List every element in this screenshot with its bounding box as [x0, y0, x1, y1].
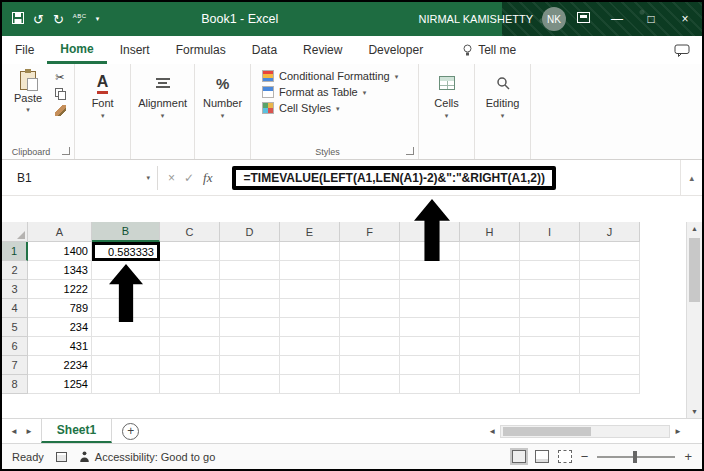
cell-A7[interactable]: 2234	[28, 356, 92, 375]
cell-G3[interactable]	[400, 280, 460, 299]
cell-J5[interactable]	[580, 318, 640, 337]
cell-F7[interactable]	[340, 356, 400, 375]
cell-E3[interactable]	[280, 280, 340, 299]
column-header-B[interactable]: B	[92, 222, 160, 242]
cell-A1[interactable]: 1400	[28, 242, 92, 261]
row-header-1[interactable]: 1	[2, 242, 28, 261]
cell-I4[interactable]	[520, 299, 580, 318]
clipboard-dialog-launcher[interactable]	[62, 147, 70, 155]
cell-E5[interactable]	[280, 318, 340, 337]
cell-D2[interactable]	[220, 261, 280, 280]
cell-H3[interactable]	[460, 280, 520, 299]
zoom-in-button[interactable]: +	[684, 449, 692, 464]
redo-icon[interactable]: ↻	[53, 13, 64, 26]
copy-icon[interactable]	[55, 88, 67, 100]
zoom-slider-handle[interactable]	[633, 451, 637, 463]
scroll-left-icon[interactable]: ◄	[488, 427, 496, 436]
vertical-scrollbar[interactable]: ▲ ▼	[686, 222, 702, 418]
cell-D8[interactable]	[220, 375, 280, 394]
cell-C1[interactable]	[160, 242, 220, 261]
cell-G2[interactable]	[400, 261, 460, 280]
tab-formulas[interactable]: Formulas	[163, 36, 239, 64]
editing-group-button[interactable]: Editing ▾	[475, 64, 531, 159]
user-name[interactable]: NIRMAL KAMISHETTY	[419, 13, 534, 25]
cell-D4[interactable]	[220, 299, 280, 318]
cell-A6[interactable]: 431	[28, 337, 92, 356]
cell-I8[interactable]	[520, 375, 580, 394]
formula-input[interactable]: =TIMEVALUE(LEFT(A1,LEN(A1)-2)&":"&RIGHT(…	[222, 166, 680, 190]
column-header-F[interactable]: F	[340, 222, 400, 242]
cell-E7[interactable]	[280, 356, 340, 375]
cell-F2[interactable]	[340, 261, 400, 280]
cell-E1[interactable]	[280, 242, 340, 261]
cell-F8[interactable]	[340, 375, 400, 394]
cell-A2[interactable]: 1343	[28, 261, 92, 280]
scroll-down-icon[interactable]: ▼	[687, 408, 702, 415]
cell-F1[interactable]	[340, 242, 400, 261]
cell-D1[interactable]	[220, 242, 280, 261]
cell-G5[interactable]	[400, 318, 460, 337]
cell-C2[interactable]	[160, 261, 220, 280]
cell-J2[interactable]	[580, 261, 640, 280]
row-header-4[interactable]: 4	[2, 299, 28, 318]
cell-C6[interactable]	[160, 337, 220, 356]
column-header-A[interactable]: A	[28, 222, 92, 242]
column-header-E[interactable]: E	[280, 222, 340, 242]
row-header-2[interactable]: 2	[2, 261, 28, 280]
cell-B7[interactable]	[92, 356, 160, 375]
zoom-out-button[interactable]: −	[581, 449, 589, 464]
column-header-C[interactable]: C	[160, 222, 220, 242]
cell-B8[interactable]	[92, 375, 160, 394]
cell-J6[interactable]	[580, 337, 640, 356]
number-group-button[interactable]: % Number ▾	[195, 64, 251, 159]
row-header-8[interactable]: 8	[2, 375, 28, 394]
spelling-check-icon[interactable]: ABC✓	[73, 13, 87, 26]
cell-H1[interactable]	[460, 242, 520, 261]
next-sheet-icon[interactable]: ►	[25, 427, 33, 436]
cell-H5[interactable]	[460, 318, 520, 337]
cell-J3[interactable]	[580, 280, 640, 299]
cell-H7[interactable]	[460, 356, 520, 375]
format-as-table-button[interactable]: Format as Table ▾	[258, 84, 411, 100]
insert-function-icon[interactable]: fx	[203, 170, 212, 186]
cell-D5[interactable]	[220, 318, 280, 337]
tab-file[interactable]: File	[2, 36, 47, 64]
styles-dialog-launcher[interactable]	[406, 147, 414, 155]
cell-I7[interactable]	[520, 356, 580, 375]
cells-group-button[interactable]: Cells ▾	[419, 64, 475, 159]
vertical-scroll-thumb[interactable]	[689, 238, 700, 302]
column-header-H[interactable]: H	[460, 222, 520, 242]
tab-insert[interactable]: Insert	[107, 36, 163, 64]
ribbon-display-options-icon[interactable]	[566, 2, 600, 36]
cell-J1[interactable]	[580, 242, 640, 261]
previous-sheet-icon[interactable]: ◄	[10, 427, 18, 436]
row-header-3[interactable]: 3	[2, 280, 28, 299]
cell-A5[interactable]: 234	[28, 318, 92, 337]
row-header-6[interactable]: 6	[2, 337, 28, 356]
normal-view-icon[interactable]	[512, 450, 526, 463]
close-button[interactable]: ×	[668, 2, 702, 36]
sheet-tab-sheet1[interactable]: Sheet1	[41, 419, 112, 443]
paste-button[interactable]: Paste ▾	[9, 69, 47, 116]
cell-G7[interactable]	[400, 356, 460, 375]
confirm-entry-icon[interactable]: ✓	[184, 171, 194, 185]
new-sheet-button[interactable]: +	[122, 423, 139, 440]
formula-bar-collapse-icon[interactable]: ▴	[680, 160, 702, 195]
cell-H6[interactable]	[460, 337, 520, 356]
cell-F5[interactable]	[340, 318, 400, 337]
font-group-button[interactable]: A Font ▾	[75, 64, 131, 159]
cell-E2[interactable]	[280, 261, 340, 280]
cell-I5[interactable]	[520, 318, 580, 337]
macro-record-icon[interactable]	[56, 452, 67, 462]
cell-F3[interactable]	[340, 280, 400, 299]
accessibility-status[interactable]: Accessibility: Good to go	[79, 451, 215, 463]
tab-data[interactable]: Data	[239, 36, 290, 64]
alignment-group-button[interactable]: Alignment ▾	[131, 64, 195, 159]
cell-styles-button[interactable]: Cell Styles ▾	[258, 100, 411, 116]
save-icon[interactable]	[12, 12, 24, 26]
cell-C3[interactable]	[160, 280, 220, 299]
tab-home[interactable]: Home	[47, 36, 106, 64]
page-layout-view-icon[interactable]	[535, 450, 549, 463]
tab-developer[interactable]: Developer	[355, 36, 436, 64]
cell-A8[interactable]: 1254	[28, 375, 92, 394]
